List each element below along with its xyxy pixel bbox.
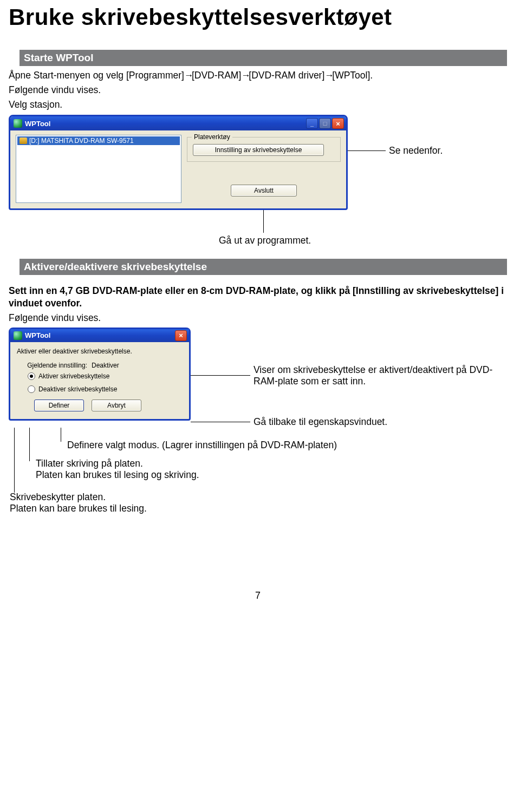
arrow-icon: → (241, 69, 249, 82)
dialog-description: Aktiver eller deaktiver skrivebeskyttels… (17, 348, 183, 355)
drive-list[interactable]: [D:] MATSHITA DVD-RAM SW-9571 (16, 135, 181, 203)
current-setting-value: Deaktiver (92, 362, 119, 369)
path-3: [WPTool] (332, 70, 370, 81)
minimize-button[interactable]: _ (306, 118, 318, 129)
section-heading-start: Starte WPTool (20, 50, 507, 66)
radio-icon (28, 385, 35, 393)
groupbox-disc-tools: Plateverktøy Innstilling av skrivebeskyt… (187, 137, 341, 162)
arrow-icon: → (184, 69, 192, 82)
open-prefix: Åpne Start-menyen og velg (9, 70, 126, 81)
drive-list-item[interactable]: [D:] MATSHITA DVD-RAM SW-9571 (17, 136, 180, 145)
window-title: WPTool (25, 120, 306, 128)
write-protect-settings-button[interactable]: Innstilling av skrivebeskyttelse (193, 144, 324, 156)
close-button[interactable]: × (332, 118, 344, 129)
path-0: [Programmer] (126, 70, 184, 81)
arrow-icon: → (324, 69, 332, 82)
app-icon (14, 331, 22, 340)
callout-exit: Gå ut av programmet. (219, 235, 311, 246)
callout-allow-write-2: Platen kan brukes til lesing og skriving… (36, 469, 199, 481)
titlebar-2: WPTool × (10, 329, 189, 342)
drive-label: [D:] MATSHITA DVD-RAM SW-9571 (29, 137, 134, 145)
open-instructions: Åpne Start-menyen og velg [Programmer]→[… (9, 69, 507, 82)
radio-icon (28, 372, 35, 380)
radio-enable-label: Aktiver skrivebeskyttelse (38, 372, 109, 380)
callout-see-below: Se nedenfor. (348, 145, 443, 156)
radio-enable-wp[interactable]: Aktiver skrivebeskyttelse (17, 371, 183, 381)
quit-button[interactable]: Avslutt (231, 185, 297, 197)
wptool-main-window: WPTool _ □ × [D:] MATSHITA DVD-RAM SW-95… (9, 115, 348, 210)
cancel-button[interactable]: Avbryt (92, 400, 141, 411)
callout-shows-status: Viser om skrivebeskyttelse er aktivert/d… (191, 364, 507, 387)
callout-back: Gå tilbake til egenskapsvinduet. (191, 416, 507, 428)
text-select-station: Velg stasjon. (9, 99, 507, 111)
radio-disable-wp[interactable]: Deaktiver skrivebeskyttelse (17, 384, 183, 394)
current-setting-label: Gjeldende innstilling: (17, 362, 92, 369)
drive-icon (20, 137, 27, 144)
page-title: Bruke skrivebeskyttelsesverktøyet (9, 4, 507, 30)
titlebar: WPTool _ □ × (10, 116, 346, 130)
section-heading-enable: Aktivere/deaktivere skrivebeskyttelse (20, 259, 507, 275)
page-number: 7 (9, 590, 507, 612)
callout-wp-2: Platen kan bare brukes til lesing. (10, 503, 147, 514)
callout-wp-1: Skrivebeskytter platen. (10, 492, 147, 503)
text-following-window-2: Følgende vindu vises. (9, 312, 507, 324)
groupbox-legend: Plateverktøy (192, 133, 232, 141)
text-following-window: Følgende vindu vises. (9, 84, 507, 96)
wptool-dialog: WPTool × Aktiver eller deaktiver skriveb… (9, 328, 191, 421)
callout-allow-write-1: Tillater skriving på platen. (36, 458, 199, 469)
maximize-button[interactable]: □ (319, 118, 331, 129)
close-button-2[interactable]: × (175, 330, 187, 341)
section2-instruction: Sett inn en 4,7 GB DVD-RAM-plate eller e… (9, 285, 507, 310)
app-icon (14, 119, 22, 128)
path-2: [DVD-RAM driver] (249, 70, 324, 81)
path-1: [DVD-RAM] (192, 70, 241, 81)
callout-define: Definere valgt modus. (Lagrer innstillin… (67, 440, 337, 451)
define-button[interactable]: Definer (34, 400, 84, 411)
period: . (370, 70, 373, 81)
window-title-2: WPTool (25, 331, 175, 339)
radio-disable-label: Deaktiver skrivebeskyttelse (38, 385, 117, 393)
